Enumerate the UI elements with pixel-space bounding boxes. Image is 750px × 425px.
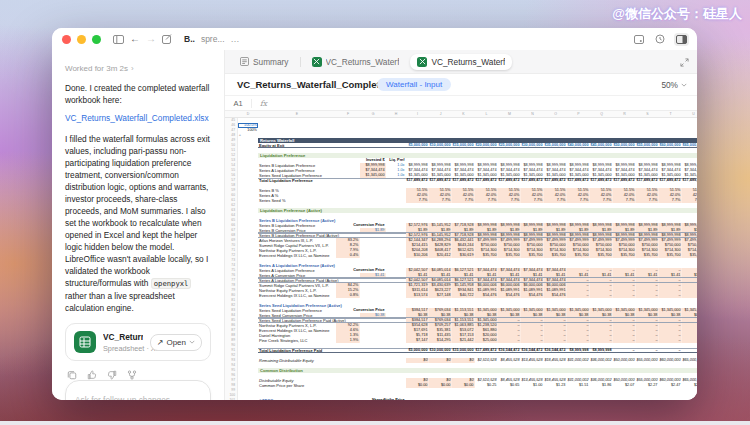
cell[interactable] <box>567 148 590 153</box>
row-label-cell[interactable] <box>258 203 336 208</box>
cell[interactable] <box>613 363 636 368</box>
cell[interactable] <box>429 363 452 368</box>
cell[interactable] <box>544 148 567 153</box>
cell[interactable] <box>682 363 697 368</box>
column-header[interactable]: P <box>567 111 590 117</box>
cell[interactable] <box>475 363 498 368</box>
cell[interactable] <box>613 148 636 153</box>
row-label-cell[interactable]: # FDSO <box>258 398 336 400</box>
cell[interactable] <box>590 148 613 153</box>
cell[interactable] <box>544 363 567 368</box>
sheet-row[interactable]: 62 <box>225 203 697 208</box>
cell[interactable] <box>336 203 360 208</box>
cell[interactable] <box>613 203 636 208</box>
cell[interactable] <box>590 363 613 368</box>
cell[interactable] <box>386 363 406 368</box>
spreadsheet-grid[interactable]: DEFGHIJKLMNOPQRSTU4546100.0%47100%48+49R… <box>225 111 697 400</box>
preview-tab-vc-returns-waterf[interactable]: VC_Returns_Waterf <box>305 54 407 70</box>
minimize-window-button[interactable] <box>77 35 86 44</box>
active-sheet-pill[interactable]: Waterfall - Input <box>377 78 451 91</box>
thumbs-down-icon[interactable] <box>107 370 117 380</box>
cell[interactable] <box>544 398 567 400</box>
cell[interactable] <box>452 363 475 368</box>
sheet-row[interactable]: 51 <box>225 148 697 153</box>
column-header[interactable]: I <box>406 111 429 117</box>
column-header[interactable]: F <box>336 111 360 117</box>
cell[interactable] <box>636 363 659 368</box>
cell[interactable] <box>682 398 697 400</box>
cell[interactable] <box>544 203 567 208</box>
cell[interactable] <box>360 203 386 208</box>
column-header[interactable]: H <box>386 111 406 117</box>
column-header[interactable]: S <box>636 111 659 117</box>
cell[interactable] <box>590 398 613 400</box>
cell[interactable] <box>406 398 429 400</box>
cell[interactable] <box>452 203 475 208</box>
cell[interactable] <box>475 133 498 138</box>
panel-right-toggle-icon[interactable] <box>674 33 689 46</box>
column-header[interactable]: R <box>613 111 636 117</box>
cell[interactable] <box>521 148 544 153</box>
cell[interactable] <box>238 398 258 400</box>
sheet-row[interactable]: 48+ <box>225 133 697 138</box>
cell[interactable] <box>636 148 659 153</box>
cell[interactable] <box>659 133 682 138</box>
file-link[interactable]: VC_Returns_Waterfall_Completed.xlsx <box>65 113 211 124</box>
cell[interactable] <box>613 398 636 400</box>
cell[interactable] <box>521 363 544 368</box>
followup-input[interactable] <box>75 395 201 400</box>
column-header[interactable]: Q <box>590 111 613 117</box>
cell[interactable] <box>498 203 521 208</box>
cell[interactable] <box>659 398 682 400</box>
cell[interactable] <box>521 133 544 138</box>
cell[interactable] <box>544 133 567 138</box>
history-icon[interactable] <box>653 32 667 46</box>
cell[interactable] <box>567 398 590 400</box>
forward-icon[interactable]: → <box>146 34 156 44</box>
column-header[interactable]: K <box>452 111 475 117</box>
cell[interactable] <box>475 203 498 208</box>
zoom-control[interactable]: 50% <box>661 80 687 90</box>
cell[interactable] <box>475 148 498 153</box>
column-header[interactable]: G <box>360 111 386 117</box>
fork-icon[interactable] <box>127 370 137 380</box>
cell[interactable] <box>613 133 636 138</box>
screenshot-icon[interactable] <box>632 33 646 46</box>
column-header[interactable]: O <box>544 111 567 117</box>
back-icon[interactable]: ← <box>130 34 140 44</box>
copy-icon[interactable] <box>67 370 77 380</box>
worked-duration[interactable]: Worked for 3m 2s› <box>65 64 211 73</box>
cell[interactable] <box>386 203 406 208</box>
cell[interactable] <box>636 398 659 400</box>
cell[interactable] <box>386 133 406 138</box>
expand-icon[interactable] <box>680 53 689 71</box>
cell[interactable] <box>360 363 386 368</box>
column-header[interactable]: D <box>238 111 258 117</box>
cell[interactable] <box>406 133 429 138</box>
cell[interactable] <box>452 133 475 138</box>
cell[interactable] <box>521 398 544 400</box>
zoom-window-button[interactable] <box>92 35 101 44</box>
cell-name-box[interactable]: A1 <box>225 99 252 108</box>
column-header[interactable]: J <box>429 111 452 117</box>
open-file-button[interactable]: ↗ Open <box>150 334 202 351</box>
cell[interactable] <box>406 203 429 208</box>
cell[interactable] <box>336 148 360 153</box>
cell[interactable] <box>498 133 521 138</box>
column-header[interactable]: M <box>498 111 521 117</box>
cell[interactable] <box>567 363 590 368</box>
cell[interactable] <box>406 148 429 153</box>
cell[interactable]: Shares <box>360 398 386 400</box>
cell[interactable] <box>567 203 590 208</box>
cell[interactable] <box>498 398 521 400</box>
cell[interactable] <box>567 133 590 138</box>
thumbs-up-icon[interactable] <box>87 370 97 380</box>
sidebar-toggle-icon[interactable] <box>113 35 124 44</box>
row-label-cell[interactable] <box>258 363 336 368</box>
cell[interactable] <box>452 148 475 153</box>
cell[interactable] <box>498 148 521 153</box>
column-header[interactable]: L <box>475 111 498 117</box>
cell[interactable] <box>386 148 406 153</box>
cell[interactable] <box>682 203 697 208</box>
title-menu-icon[interactable]: … <box>231 34 241 44</box>
